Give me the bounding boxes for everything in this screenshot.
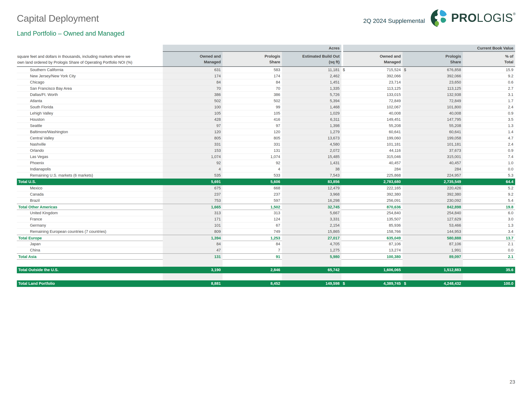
value-cell: 254,840 [341,210,403,216]
value-cell: 72,849 [403,98,463,104]
table-row: United Kingdom3133135,667254,840254,8406… [17,210,515,216]
value-cell: 386 [222,92,282,98]
value-cell: 1,431 [282,160,341,166]
row-label: Brazil [17,197,163,203]
column-header: Prologis Share [222,52,282,66]
row-label [17,260,163,267]
value-cell: 127,629 [403,216,463,222]
value-cell: 99 [222,104,282,110]
value-cell: 132,938 [403,92,463,98]
value-cell: 100,380 [341,254,403,260]
value-cell: 131 [163,254,222,260]
value-cell: 2.4 [463,141,515,147]
table-row: Houston4284166,311149,451147,7953.5 [17,116,515,123]
value-cell: 13,673 [282,135,341,141]
group-header-book-value: Current Book Value [343,45,515,52]
value-cell [341,260,403,267]
value-cell: 199,058 [403,135,463,141]
table-row: Indianapolis44382842840.0 [17,166,515,172]
table-row: Seattle97971,39855,20855,2081.3 [17,123,515,129]
value-cell: 9.2 [463,191,515,197]
value-cell: 284 [403,166,463,172]
value-cell: 597 [222,197,282,203]
value-cell: 842,898 [403,204,463,210]
value-cell: 171 [163,216,222,222]
value-cell: 0.6 [463,79,515,85]
value-cell: 331 [163,141,222,147]
value-cell: 1,512,883 [403,267,463,273]
value-cell: 19.8 [463,204,515,210]
value-cell: 60,641 [403,129,463,135]
value-cell: 1.4 [463,129,515,135]
row-label: Canada [17,191,163,197]
page-number: 23 [510,379,515,385]
value-cell: 12,479 [282,185,341,191]
value-cell: 149,451 [341,116,403,122]
value-cell: 416 [222,116,282,122]
value-cell: 101,181 [341,141,403,147]
value-cell: 102,067 [341,104,403,110]
table-row: Baltimore/Washington1201201,27960,64160,… [17,129,515,135]
row-label: Mexico [17,185,163,191]
row-label: Southern California [17,67,163,73]
value-cell: 16,298 [282,197,341,203]
row-label: Remaining U.S. markets (6 markets) [17,172,163,178]
value-cell: 5,980 [282,254,341,260]
value-cell: 580,888 [403,235,463,241]
value-cell [341,273,403,280]
row-label: Lehigh Valley [17,110,163,116]
value-cell: 64.4 [463,178,515,185]
value-cell: 40,457 [403,160,463,166]
value-cell: 8,452 [222,280,282,287]
land-portfolio-table: Acres Current Book Value square feet and… [17,45,515,287]
value-cell: 7 [222,247,282,253]
row-label: Total Other Americas [17,204,163,210]
value-cell: 222,165 [341,185,403,191]
table-row: Atlanta5025025,39472,84972,8491.7 [17,98,515,104]
value-cell: 7,543 [282,172,341,178]
value-cell: 1,606,065 [341,267,403,273]
value-cell: 92 [222,160,282,166]
table-row: San Francisco Bay Area70701,335113,12511… [17,85,515,92]
value-cell: 809 [163,228,222,234]
value-cell: 70 [163,85,222,91]
value-cell: 392,380 [341,191,403,197]
value-cell [222,273,282,280]
value-cell: 144,953 [403,228,463,234]
value-cell: 313 [222,210,282,216]
value-cell: 65,742 [282,267,341,273]
table-row: New Jersey/New York City1741742,462392,0… [17,73,515,79]
table-body: Southern California63158311,181715,524$6… [17,67,515,287]
value-cell: 147,795 [403,116,463,122]
value-cell: 1.3 [463,222,515,228]
value-cell: 5,667 [282,210,341,216]
value-cell: 6.0 [463,210,515,216]
table-row: Remaining European countries (7 countrie… [17,228,515,235]
table-row: Japan84844,70587,10687,1062.1 [17,241,515,247]
row-label: Japan [17,241,163,247]
value-cell: 1.7 [463,98,515,104]
value-cell: 23,714 [341,79,403,85]
value-cell: 2.1 [463,254,515,260]
group-header-spacer [17,45,163,52]
value-cell: 4 [222,166,282,172]
value-cell: 9.2 [463,73,515,79]
value-cell: 635,049 [341,235,403,241]
value-cell: 97 [163,123,222,129]
value-cell: 1,665 [163,204,222,210]
value-cell: 7.4 [463,154,515,160]
value-cell: 55,208 [403,123,463,129]
table-row: Chicago84841,45123,71423,6500.6 [17,79,515,85]
value-cell: 5.3 [463,172,515,178]
value-cell: 120 [222,129,282,135]
value-cell: 92 [163,160,222,166]
prologis-globe-icon [430,9,448,27]
dollar-sign: $ [404,280,406,287]
supplemental-label: 2Q 2024 Supplemental [363,13,425,24]
value-cell: 101,800 [403,104,463,110]
row-label: Total Europe [17,235,163,241]
row-label: France [17,216,163,222]
value-cell: 199,060 [341,135,403,141]
value-cell: 0.0 [463,166,515,172]
value-cell: 3.4 [463,228,515,234]
